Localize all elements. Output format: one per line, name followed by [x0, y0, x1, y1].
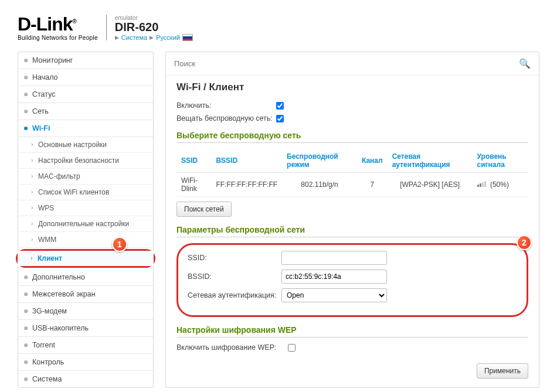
flag-ru-icon	[182, 34, 193, 41]
wep-enable-checkbox[interactable]	[288, 344, 296, 352]
cell-ssid: WiFi-Dlink	[176, 173, 211, 197]
logo-block: D-Link® Building Networks for People	[18, 15, 98, 41]
sidebar-sub-client[interactable]: Клиент	[18, 251, 154, 266]
sidebar-item-monitoring[interactable]: Мониторинг	[18, 52, 153, 69]
sidebar-item-label: Начало	[32, 73, 58, 81]
section-wep: Настройки шифрования WEP	[176, 325, 528, 338]
sidebar-sub-clients[interactable]: Список WiFi клиентов	[18, 185, 153, 200]
sidebar-item-label: Дополнительно	[32, 273, 85, 281]
sidebar-item-label: Основные настройки	[38, 141, 107, 149]
bssid-label: BSSID:	[188, 272, 281, 281]
header: D-Link® Building Networks for People emu…	[18, 15, 539, 41]
sidebar-item-label: Система	[32, 375, 62, 383]
cell-mode: 802.11b/g/n	[282, 173, 357, 197]
model-block: emulator DIR-620 ▶ Система ▶ Русский	[115, 15, 193, 41]
chevron-right-icon: ▶	[150, 35, 154, 40]
chevron-right-icon: ▶	[115, 35, 119, 40]
bc-system[interactable]: Система	[121, 34, 147, 41]
annotation-highlight-2: SSID: BSSID: Сетевая аутентификация: Ope…	[176, 243, 528, 317]
sidebar-item-label: Мониторинг	[32, 56, 73, 64]
broadcast-label: Вещать беспроводную сеть:	[176, 114, 276, 122]
sidebar-item-label: Сеть	[32, 107, 49, 115]
col-bssid[interactable]: BSSID	[211, 149, 282, 173]
sidebar-item-label: MAC-фильтр	[38, 172, 80, 180]
bssid-input[interactable]	[281, 270, 387, 284]
page-title: Wi-Fi / Клиент	[176, 81, 528, 93]
row-enable: Включить:	[176, 101, 528, 110]
sidebar-item-label: USB-накопитель	[32, 324, 89, 332]
sidebar-item-label: 3G-модем	[32, 307, 67, 315]
sidebar-sub-macfilter[interactable]: MAC-фильтр	[18, 169, 153, 185]
sidebar: Мониторинг Начало Статус Сеть Wi-Fi Осно…	[18, 52, 154, 388]
sidebar-sub-wps[interactable]: WPS	[18, 200, 153, 216]
sidebar-item-label: Список WiFi клиентов	[38, 188, 109, 196]
col-mode[interactable]: Беспроводной режим	[282, 149, 357, 173]
sidebar-item-system[interactable]: Система	[18, 371, 153, 387]
search-input[interactable]	[174, 59, 519, 68]
logo-divider	[106, 15, 107, 40]
col-channel[interactable]: Канал	[357, 149, 388, 173]
search-icon[interactable]: 🔍	[519, 58, 531, 69]
logo-main: D-Link®	[18, 15, 98, 33]
logo-sub: Building Networks for People	[18, 35, 98, 41]
sidebar-item-label: Клиент	[38, 254, 62, 263]
sidebar-menu: Мониторинг Начало Статус Сеть Wi-Fi Осно…	[18, 52, 154, 388]
enable-checkbox[interactable]	[276, 102, 284, 110]
sidebar-item-3g[interactable]: 3G-модем	[18, 303, 153, 320]
sidebar-item-firewall[interactable]: Межсетевой экран	[18, 286, 153, 303]
auth-select[interactable]: Open	[281, 288, 387, 302]
breadcrumb: ▶ Система ▶ Русский	[115, 34, 193, 41]
signal-text: (50%)	[490, 180, 509, 189]
row-wep-enable: Включить шифрование WEP:	[176, 343, 528, 352]
annotation-badge-1: 1	[112, 237, 127, 252]
sidebar-item-label: Контроль	[32, 358, 64, 366]
sidebar-item-start[interactable]: Начало	[18, 69, 153, 86]
ssid-input[interactable]	[281, 251, 387, 265]
sidebar-item-control[interactable]: Контроль	[18, 354, 153, 371]
content-panel: 🔍 Wi-Fi / Клиент Включить: Вещать беспро…	[165, 52, 539, 388]
auth-label: Сетевая аутентификация:	[188, 291, 281, 299]
cell-channel: 7	[357, 173, 388, 197]
sidebar-sub-security[interactable]: Настройки безопасности	[18, 153, 153, 169]
cell-bssid: FF:FF:FF:FF:FF:FF	[211, 173, 282, 197]
section-params: Параметры беспроводной сети	[176, 225, 528, 237]
cell-auth: [WPA2-PSK] [AES]	[388, 173, 473, 197]
apply-button[interactable]: Применить	[477, 363, 528, 379]
sidebar-item-status[interactable]: Статус	[18, 86, 153, 103]
sidebar-sub-advanced[interactable]: Дополнительные настройки	[18, 216, 153, 232]
sidebar-item-label: Статус	[32, 90, 56, 98]
annotation-badge-2: 2	[517, 235, 532, 250]
annotation-highlight-1: Клиент	[16, 249, 155, 268]
col-signal[interactable]: Уровень сигнала	[473, 149, 528, 173]
sidebar-item-label: Wi-Fi	[32, 124, 50, 132]
broadcast-checkbox[interactable]	[276, 115, 284, 122]
sidebar-item-torrent[interactable]: Torrent	[18, 337, 153, 354]
model-name: DIR-620	[115, 21, 193, 33]
sidebar-item-label: WPS	[38, 204, 54, 212]
sidebar-item-usb[interactable]: USB-накопитель	[18, 320, 153, 337]
bc-language[interactable]: Русский	[156, 34, 180, 41]
search-row: 🔍	[166, 52, 539, 76]
table-row[interactable]: WiFi-Dlink FF:FF:FF:FF:FF:FF 802.11b/g/n…	[176, 173, 528, 197]
sidebar-item-label: Межсетевой экран	[32, 290, 96, 298]
sidebar-item-label: Torrent	[32, 341, 55, 349]
col-auth[interactable]: Сетевая аутентификация	[388, 149, 473, 173]
sidebar-sub-wmm[interactable]: WMM	[18, 232, 153, 248]
network-table: SSID BSSID Беспроводной режим Канал Сете…	[176, 149, 528, 197]
sidebar-sub-basic[interactable]: Основные настройки	[18, 137, 153, 153]
wep-enable-label: Включить шифрование WEP:	[176, 343, 288, 352]
section-select-network: Выберите беспроводную сеть	[176, 131, 528, 143]
cell-signal: (50%)	[473, 173, 528, 197]
sidebar-item-wifi[interactable]: Wi-Fi	[18, 120, 153, 137]
sidebar-item-label: WMM	[38, 236, 56, 244]
ssid-label: SSID:	[188, 254, 281, 262]
sidebar-item-advanced[interactable]: Дополнительно	[18, 269, 153, 286]
enable-label: Включить:	[176, 101, 276, 110]
scan-networks-button[interactable]: Поиск сетей	[176, 202, 232, 217]
col-ssid[interactable]: SSID	[176, 149, 211, 173]
row-broadcast: Вещать беспроводную сеть:	[176, 114, 528, 122]
sidebar-item-label: Дополнительные настройки	[38, 220, 129, 228]
sidebar-item-label: Настройки безопасности	[38, 156, 119, 165]
sidebar-item-network[interactable]: Сеть	[18, 103, 153, 120]
signal-bars-icon	[477, 181, 486, 187]
